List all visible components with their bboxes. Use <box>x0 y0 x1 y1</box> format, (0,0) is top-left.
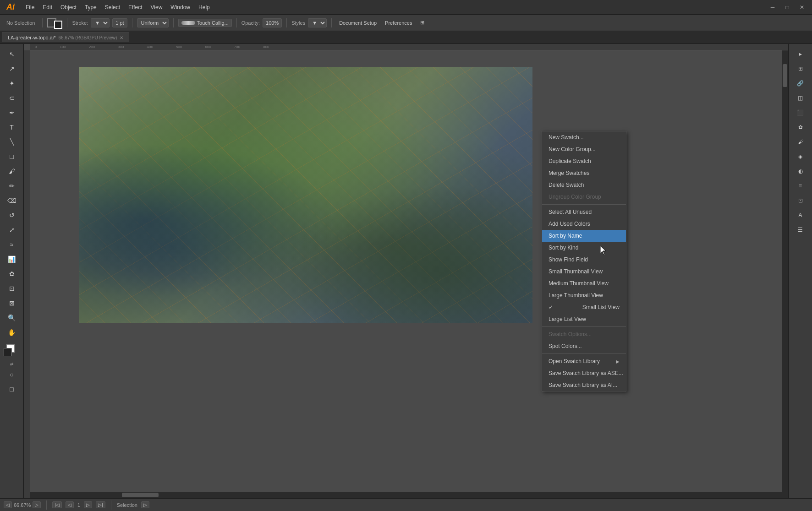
ctx-large-thumbnail-view[interactable]: Large Thumbnail View <box>542 289 626 301</box>
ctx-save-swatch-ase[interactable]: Save Swatch Library as ASE... <box>542 367 626 379</box>
ctx-sort-by-kind[interactable]: Sort by Kind <box>542 242 626 254</box>
menu-select[interactable]: Select <box>101 2 124 12</box>
zoom-out-button[interactable]: ◁ <box>4 501 12 508</box>
menu-window[interactable]: Window <box>167 2 194 12</box>
right-tool-properties[interactable]: ☰ <box>792 223 809 236</box>
ctx-delete-swatch[interactable]: Delete Swatch <box>542 179 626 191</box>
ctx-small-list-view[interactable]: ✓ Small List View <box>542 301 626 313</box>
arrange-button[interactable]: ⊞ <box>417 18 427 27</box>
ctx-medium-thumbnail-view-label: Medium Thumbnail View <box>549 280 609 287</box>
document-setup-button[interactable]: Document Setup <box>336 19 379 27</box>
preferences-button[interactable]: Preferences <box>382 19 415 27</box>
vertical-scrollbar[interactable] <box>782 50 788 498</box>
minimize-button[interactable]: ─ <box>766 2 779 13</box>
right-tool-align[interactable]: ≡ <box>792 179 809 192</box>
lasso-tool[interactable]: ⊂ <box>4 92 20 104</box>
scale-tool[interactable]: ⤢ <box>4 223 20 236</box>
right-tool-transform[interactable]: ⊡ <box>792 194 809 207</box>
selection-tool[interactable]: ↖ <box>4 48 20 60</box>
pencil-tool[interactable]: ✏ <box>4 179 20 192</box>
brush-preview <box>181 21 195 25</box>
zoom-tool[interactable]: 🔍 <box>4 311 20 324</box>
scrollbar-thumb-vertical[interactable] <box>783 64 787 87</box>
menu-effect[interactable]: Effect <box>125 2 146 12</box>
menu-object[interactable]: Object <box>57 2 80 12</box>
style-selector[interactable]: Uniform <box>137 18 169 27</box>
line-tool[interactable]: ╲ <box>4 136 20 148</box>
document-tab[interactable]: LA-greater-w-topo.ai* 66.67% (RGB/GPU Pr… <box>2 33 129 42</box>
stroke-value[interactable]: 1 pt <box>112 18 127 27</box>
menu-file[interactable]: File <box>22 2 38 12</box>
ctx-large-list-view[interactable]: Large List View <box>542 313 626 325</box>
ctx-save-swatch-ai[interactable]: Save Swatch Library as AI... <box>542 379 626 391</box>
stroke-color[interactable] <box>54 21 62 29</box>
next-page-button[interactable]: ▷| <box>96 501 105 508</box>
graph-tool[interactable]: 📊 <box>4 253 20 266</box>
ctx-medium-thumbnail-view[interactable]: Medium Thumbnail View <box>542 277 626 289</box>
direct-selection-tool[interactable]: ↗ <box>4 62 20 75</box>
brush-selector[interactable]: Touch Callig... <box>178 19 232 27</box>
brush-label: Touch Callig... <box>197 20 229 26</box>
ctx-select-all-unused[interactable]: Select All Unused <box>542 206 626 218</box>
warp-tool[interactable]: ≈ <box>4 238 20 251</box>
opacity-value[interactable]: 100% <box>263 18 282 27</box>
ctx-small-thumbnail-view[interactable]: Small Thumbnail View <box>542 266 626 277</box>
ruler-vertical <box>24 50 30 498</box>
rectangle-tool[interactable]: □ <box>4 150 20 163</box>
canvas-area[interactable]: 0100200300400500600700800 New Swatch... … <box>24 44 788 498</box>
artboard-tool[interactable]: ⊡ <box>4 282 20 295</box>
toolbar-separator-6 <box>286 18 287 27</box>
prev-button[interactable]: ◁ <box>66 501 74 508</box>
right-tool-appearance[interactable]: ◐ <box>792 165 809 178</box>
menu-view[interactable]: View <box>147 2 166 12</box>
ctx-spot-colors[interactable]: Spot Colors... <box>542 340 626 352</box>
right-tool-graphic-styles[interactable]: ◈ <box>792 150 809 163</box>
close-button[interactable]: ✕ <box>796 2 808 13</box>
menu-type[interactable]: Type <box>81 2 100 12</box>
magic-wand-tool[interactable]: ✦ <box>4 77 20 90</box>
ctx-duplicate-swatch[interactable]: Duplicate Swatch <box>542 155 626 167</box>
hand-tool[interactable]: ✋ <box>4 326 20 339</box>
ctx-show-find-field[interactable]: Show Find Field <box>542 254 626 266</box>
right-tool-brushes[interactable]: 🖌 <box>792 136 809 148</box>
prev-page-button[interactable]: |◁ <box>52 501 62 508</box>
right-tool-arrange[interactable]: ⊞ <box>792 62 809 75</box>
maximize-button[interactable]: □ <box>781 2 794 13</box>
zoom-in-button[interactable]: ▷ <box>33 501 41 508</box>
ctx-sort-by-name[interactable]: Sort by Name <box>542 230 626 242</box>
ctx-new-color-group[interactable]: New Color Group... <box>542 143 626 155</box>
type-tool[interactable]: T <box>4 121 20 134</box>
right-tool-swatches[interactable]: ⬛ <box>792 106 809 119</box>
color-swatches[interactable] <box>4 344 20 359</box>
paintbrush-tool[interactable]: 🖌 <box>4 165 20 178</box>
ctx-save-swatch-ase-label: Save Swatch Library as ASE... <box>549 370 623 376</box>
pen-tool[interactable]: ✒ <box>4 106 20 119</box>
right-tool-expand[interactable]: ▸ <box>792 48 809 60</box>
styles-selector[interactable]: ▼ <box>308 18 327 27</box>
ctx-separator-2 <box>542 326 626 327</box>
horizontal-scrollbar[interactable] <box>30 492 782 498</box>
slice-tool[interactable]: ⊠ <box>4 297 20 310</box>
ctx-new-swatch[interactable]: New Swatch... <box>542 131 626 143</box>
menu-help[interactable]: Help <box>195 2 214 12</box>
ctx-add-used-colors[interactable]: Add Used Colors <box>542 218 626 230</box>
ctx-merge-swatches[interactable]: Merge Swatches <box>542 167 626 179</box>
ctx-open-swatch-library[interactable]: Open Swatch Library ▶ <box>542 355 626 367</box>
scrollbar-thumb-horizontal[interactable] <box>122 493 159 497</box>
rotate-tool[interactable]: ↺ <box>4 209 20 222</box>
eraser-tool[interactable]: ⌫ <box>4 194 20 207</box>
ctx-save-swatch-ai-label: Save Swatch Library as AI... <box>549 382 617 388</box>
tab-close-button[interactable]: ✕ <box>120 35 123 40</box>
next-button[interactable]: ▷ <box>84 501 92 508</box>
stroke-selector[interactable]: ▼ <box>91 18 110 27</box>
right-tool-symbols[interactable]: ✿ <box>792 121 809 134</box>
symbol-tool[interactable]: ✿ <box>4 267 20 280</box>
artboard-nav[interactable]: ▷ <box>141 501 149 508</box>
right-tool-layers[interactable]: ◫ <box>792 92 809 104</box>
swap-colors[interactable]: ⇄ <box>10 362 14 366</box>
right-tool-links[interactable]: 🔗 <box>792 77 809 90</box>
screen-mode[interactable]: □ <box>4 383 20 396</box>
drawing-mode[interactable]: ○ <box>4 368 20 381</box>
menu-edit[interactable]: Edit <box>39 2 56 12</box>
right-tool-type[interactable]: A <box>792 209 809 222</box>
